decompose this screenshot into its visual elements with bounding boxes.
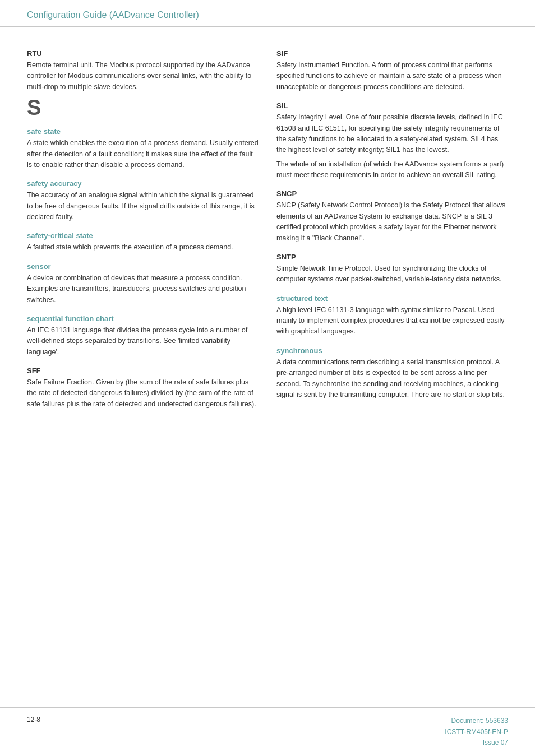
rtu-body: Remote terminal unit. The Modbus protoco… (27, 60, 259, 92)
safe-state-body: A state which enables the execution of a… (27, 138, 259, 170)
sequential-function-chart-body: An IEC 61131 language that divides the p… (27, 325, 259, 358)
sncp-heading: SNCP (276, 189, 508, 198)
document-reference: ICSTT-RM405f-EN-P (445, 727, 508, 738)
sff-body: Safe Failure Fraction. Given by (the sum… (27, 377, 259, 410)
synchronous-section: synchronous A data communications term d… (276, 346, 508, 401)
safe-state-section: safe state A state which enables the exe… (27, 127, 259, 170)
safe-state-heading: safe state (27, 127, 259, 136)
sff-section: SFF Safe Failure Fraction. Given by (the… (27, 367, 259, 410)
rtu-section: RTU Remote terminal unit. The Modbus pro… (27, 49, 259, 92)
sncp-section: SNCP SNCP (Safety Network Control Protoc… (276, 189, 508, 244)
sntp-body: Simple Network Time Protocol. Used for s… (276, 263, 508, 285)
sif-heading: SIF (276, 49, 508, 58)
sil-body2: The whole of an installation (of which t… (276, 159, 508, 181)
sif-body: Safety Instrumented Function. A form of … (276, 60, 508, 92)
document-info: Document: 553633 ICSTT-RM405f-EN-P Issue… (445, 716, 508, 748)
safety-critical-state-body: A faulted state which prevents the execu… (27, 242, 259, 253)
synchronous-body: A data communications term describing a … (276, 357, 508, 401)
right-column: SIF Safety Instrumented Function. A form… (276, 40, 508, 410)
sensor-section: sensor A device or combination of device… (27, 262, 259, 305)
synchronous-heading: synchronous (276, 346, 508, 355)
sensor-body: A device or combination of devices that … (27, 273, 259, 305)
sil-body1: Safety Integrity Level. One of four poss… (276, 112, 508, 156)
sil-section: SIL Safety Integrity Level. One of four … (276, 101, 508, 180)
sequential-function-chart-section: sequential function chart An IEC 61131 l… (27, 314, 259, 358)
rtu-heading: RTU (27, 49, 259, 58)
sntp-heading: SNTP (276, 253, 508, 261)
sncp-body: SNCP (Safety Network Control Protocol) i… (276, 200, 508, 244)
page-title: Configuration Guide (AADvance Controller… (27, 10, 199, 20)
safety-critical-state-heading: safety-critical state (27, 231, 259, 240)
sntp-section: SNTP Simple Network Time Protocol. Used … (276, 253, 508, 285)
safety-accuracy-body: The accuracy of an analogue signal withi… (27, 190, 259, 222)
page: Configuration Guide (AADvance Controller… (0, 0, 535, 756)
page-header: Configuration Guide (AADvance Controller… (0, 0, 535, 27)
safety-accuracy-section: safety accuracy The accuracy of an analo… (27, 179, 259, 222)
sil-heading: SIL (276, 101, 508, 110)
document-issue: Issue 07 (445, 738, 508, 748)
left-column: RTU Remote terminal unit. The Modbus pro… (27, 40, 259, 410)
sensor-heading: sensor (27, 262, 259, 271)
sif-section: SIF Safety Instrumented Function. A form… (276, 49, 508, 92)
structured-text-body: A high level IEC 61131-3 language with s… (276, 305, 508, 337)
section-s-letter: S (27, 97, 259, 118)
page-number: 12-8 (27, 716, 40, 723)
structured-text-section: structured text A high level IEC 61131-3… (276, 294, 508, 337)
document-number: Document: 553633 (445, 716, 508, 726)
sequential-function-chart-heading: sequential function chart (27, 314, 259, 323)
structured-text-heading: structured text (276, 294, 508, 303)
safety-critical-state-section: safety-critical state A faulted state wh… (27, 231, 259, 253)
page-footer: 12-8 Document: 553633 ICSTT-RM405f-EN-P … (0, 707, 535, 756)
safety-accuracy-heading: safety accuracy (27, 179, 259, 188)
sff-heading: SFF (27, 367, 259, 375)
content-area: RTU Remote terminal unit. The Modbus pro… (0, 27, 535, 454)
